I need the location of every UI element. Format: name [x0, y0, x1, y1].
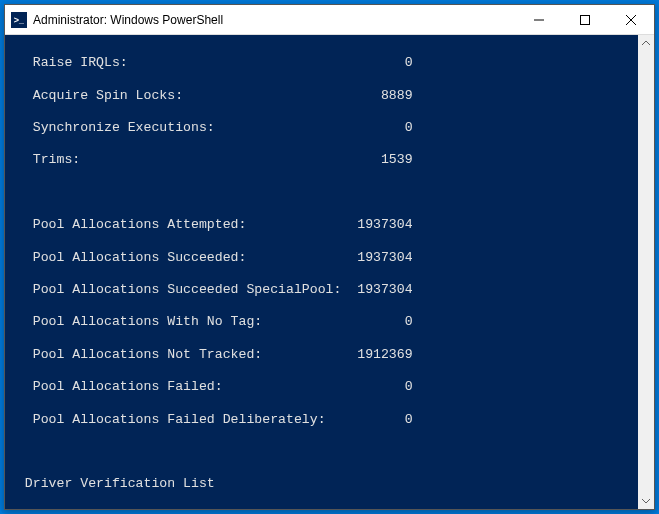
- stat-label: Raise IRQLs:: [9, 55, 357, 71]
- pool-value: 0: [357, 314, 412, 330]
- stat-label: Acquire Spin Locks:: [9, 88, 357, 104]
- pool-label: Pool Allocations Succeeded SpecialPool:: [9, 282, 357, 298]
- stat-value: 0: [357, 55, 412, 71]
- pool-value: 0: [357, 379, 412, 395]
- chevron-up-icon: [642, 41, 650, 45]
- terminal-output[interactable]: Raise IRQLs: 0 Acquire Spin Locks: 8889 …: [5, 35, 638, 509]
- section-header: Driver Verification List: [9, 476, 638, 492]
- stat-value: 0: [357, 120, 412, 136]
- maximize-icon: [580, 15, 590, 25]
- minimize-icon: [534, 15, 544, 25]
- pool-label: Pool Allocations Not Tracked:: [9, 347, 357, 363]
- stat-value: 1539: [357, 152, 412, 168]
- stat-row: Raise IRQLs: 0: [9, 55, 638, 71]
- pool-value: 1937304: [357, 250, 412, 266]
- pool-value: 1937304: [357, 282, 412, 298]
- pool-label: Pool Allocations With No Tag:: [9, 314, 357, 330]
- stat-row: Trims: 1539: [9, 152, 638, 168]
- pool-value: 1937304: [357, 217, 412, 233]
- pool-row: Pool Allocations Succeeded: 1937304: [9, 250, 638, 266]
- pool-label: Pool Allocations Failed Deliberately:: [9, 412, 357, 428]
- stat-label: Trims:: [9, 152, 357, 168]
- powershell-icon: >_: [11, 12, 27, 28]
- pool-value: 1912369: [357, 347, 412, 363]
- maximize-button[interactable]: [562, 5, 608, 34]
- pool-label: Pool Allocations Succeeded:: [9, 250, 357, 266]
- pool-row: Pool Allocations Attempted: 1937304: [9, 217, 638, 233]
- scrollbar[interactable]: [638, 35, 654, 509]
- close-button[interactable]: [608, 5, 654, 34]
- scroll-up-button[interactable]: [638, 35, 654, 51]
- window-controls: [516, 5, 654, 34]
- pool-label: Pool Allocations Failed:: [9, 379, 357, 395]
- titlebar[interactable]: >_ Administrator: Windows PowerShell: [5, 5, 654, 35]
- terminal-area: Raise IRQLs: 0 Acquire Spin Locks: 8889 …: [5, 35, 654, 509]
- pool-row: Pool Allocations Succeeded SpecialPool: …: [9, 282, 638, 298]
- window-title: Administrator: Windows PowerShell: [33, 13, 516, 27]
- stat-row: Acquire Spin Locks: 8889: [9, 88, 638, 104]
- pool-value: 0: [357, 412, 412, 428]
- pool-row: Pool Allocations Not Tracked: 1912369: [9, 347, 638, 363]
- blank-line: [9, 444, 638, 460]
- pool-row: Pool Allocations Failed: 0: [9, 379, 638, 395]
- stat-label: Synchronize Executions:: [9, 120, 357, 136]
- chevron-down-icon: [642, 499, 650, 503]
- close-icon: [626, 15, 636, 25]
- powershell-window: >_ Administrator: Windows PowerShell Rai…: [4, 4, 655, 510]
- minimize-button[interactable]: [516, 5, 562, 34]
- blank-line: [9, 185, 638, 201]
- scroll-down-button[interactable]: [638, 493, 654, 509]
- pool-row: Pool Allocations With No Tag: 0: [9, 314, 638, 330]
- pool-label: Pool Allocations Attempted:: [9, 217, 357, 233]
- stat-value: 8889: [357, 88, 412, 104]
- pool-row: Pool Allocations Failed Deliberately: 0: [9, 412, 638, 428]
- svg-rect-1: [581, 15, 590, 24]
- stat-row: Synchronize Executions: 0: [9, 120, 638, 136]
